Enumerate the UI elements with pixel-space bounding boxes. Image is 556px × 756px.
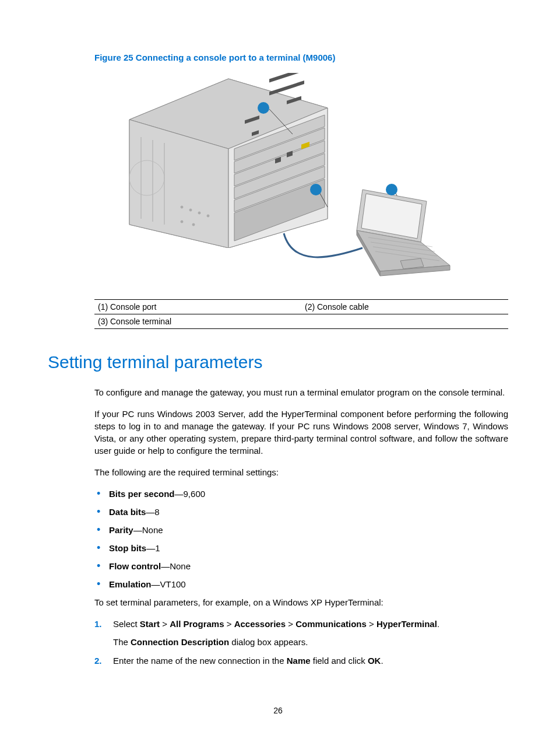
list-item: Stop bits—1	[94, 542, 508, 554]
terminal-settings-list: Bits per second—9,600 Data bits—8 Parity…	[94, 488, 508, 590]
setting-label: Flow control	[109, 561, 161, 571]
figure-diagram	[94, 73, 508, 295]
svg-point-12	[181, 220, 183, 223]
legend-row: (1) Console port (2) Console cable	[94, 300, 508, 314]
menu-path: All Programs	[170, 619, 224, 629]
sep: >	[160, 619, 170, 629]
list-item: Emulation—VT100	[94, 578, 508, 590]
section-heading: Setting terminal parameters	[48, 352, 508, 372]
svg-point-11	[207, 215, 209, 217]
setting-value: —8	[146, 507, 159, 517]
callout-marker-1	[258, 102, 269, 114]
setting-label: Stop bits	[109, 543, 146, 553]
chassis-illustration	[94, 73, 339, 248]
steps-list: Select Start > All Programs > Accessorie…	[94, 618, 508, 668]
step-item: Enter the name of the new connection in …	[94, 654, 508, 668]
legend-cell	[301, 314, 508, 328]
menu-path: HyperTerminal	[376, 619, 437, 629]
dialog-name: Connection Description	[131, 637, 229, 647]
step-sub: The Connection Description dialog box ap…	[113, 636, 508, 649]
button-name: OK	[368, 656, 381, 666]
svg-point-9	[189, 209, 192, 211]
legend-cell: (2) Console cable	[301, 300, 508, 314]
setting-label: Bits per second	[109, 489, 175, 499]
step-item: Select Start > All Programs > Accessorie…	[94, 618, 508, 649]
page-number: 26	[0, 706, 556, 715]
list-item: Bits per second—9,600	[94, 488, 508, 500]
callout-marker-2	[310, 184, 322, 195]
step-text: The	[113, 637, 131, 647]
setting-label: Data bits	[109, 507, 146, 517]
step-text: Enter the name of the new connection in …	[113, 656, 287, 666]
laptop-illustration	[345, 184, 456, 277]
svg-point-8	[181, 206, 183, 208]
list-item: Flow control—None	[94, 560, 508, 572]
setting-value: —9,600	[175, 489, 206, 499]
menu-path: Communications	[295, 619, 367, 629]
list-item: Data bits—8	[94, 506, 508, 518]
list-item: Parity—None	[94, 524, 508, 536]
paragraph: If your PC runs Windows 2003 Server, add…	[94, 408, 508, 457]
menu-path: Accessories	[234, 619, 286, 629]
callout-marker-3	[386, 184, 397, 195]
step-text: dialog box appears.	[229, 637, 308, 647]
figure-caption: Figure 25 Connecting a console port to a…	[94, 52, 508, 62]
setting-value: —VT100	[152, 579, 186, 589]
legend-row: (3) Console terminal	[94, 314, 508, 329]
step-text: .	[381, 656, 383, 666]
svg-rect-20	[269, 73, 304, 83]
paragraph: To set terminal parameters, for example,…	[94, 596, 508, 608]
legend-cell: (3) Console terminal	[94, 314, 301, 328]
sep: >	[367, 619, 376, 629]
legend-cell: (1) Console port	[94, 300, 301, 314]
paragraph: To configure and manage the gateway, you…	[94, 386, 508, 398]
svg-rect-21	[269, 80, 304, 95]
menu-path: Start	[140, 619, 160, 629]
field-name: Name	[287, 656, 311, 666]
svg-point-13	[192, 223, 195, 226]
setting-value: —None	[133, 525, 163, 535]
setting-label: Emulation	[109, 579, 152, 589]
sep: >	[224, 619, 234, 629]
setting-value: —1	[146, 543, 160, 553]
setting-label: Parity	[109, 525, 133, 535]
figure-legend: (1) Console port (2) Console cable (3) C…	[94, 299, 508, 329]
svg-point-10	[198, 212, 200, 214]
setting-value: —None	[161, 561, 191, 571]
step-text: Select	[113, 619, 140, 629]
paragraph: The following are the required terminal …	[94, 466, 508, 478]
step-text: field and click	[311, 656, 368, 666]
step-text: .	[437, 619, 439, 629]
sep: >	[286, 619, 295, 629]
